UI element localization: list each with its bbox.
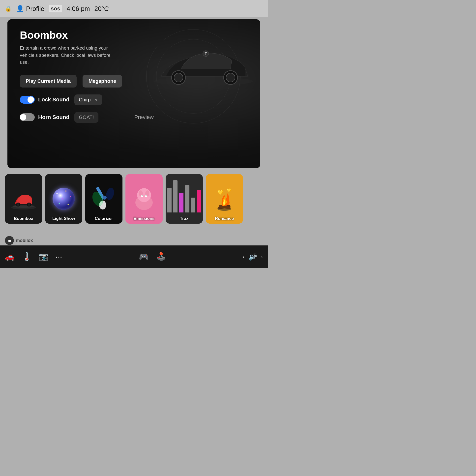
disco-sparkles bbox=[53, 188, 75, 210]
horn-toggle-knob bbox=[20, 114, 26, 120]
taskbar-joystick-icon[interactable]: 🕹️ bbox=[156, 252, 166, 261]
svg-point-0 bbox=[154, 77, 253, 86]
megaphone-button[interactable]: Megaphone bbox=[83, 75, 122, 88]
status-temperature: 20°C bbox=[94, 5, 109, 13]
volume-icon[interactable]: 🔊 bbox=[248, 253, 257, 261]
watermark-logo: m bbox=[5, 236, 14, 245]
trax-bar bbox=[191, 198, 195, 212]
app-card-lightshow[interactable]: Light Show bbox=[45, 174, 82, 224]
lock-sound-toggle[interactable] bbox=[20, 96, 35, 104]
trax-bar bbox=[185, 185, 189, 212]
controls-row-lock: Lock Sound Chirp ∨ bbox=[20, 94, 154, 105]
horn-sound-toggle[interactable] bbox=[20, 113, 35, 121]
lock-sound-option: Chirp bbox=[79, 97, 91, 103]
profile-icon: 👤 bbox=[16, 5, 24, 13]
svg-point-14 bbox=[103, 196, 107, 200]
taskbar-more-icon[interactable]: ··· bbox=[56, 252, 62, 261]
lock-sound-dropdown[interactable]: Chirp ∨ bbox=[74, 94, 102, 105]
emissions-app-label: Emissions bbox=[125, 216, 163, 221]
profile-label: Profile bbox=[26, 5, 44, 13]
chevron-right[interactable]: › bbox=[261, 254, 263, 260]
app-card-boombox[interactable]: Boombox bbox=[5, 174, 42, 224]
trax-bars bbox=[166, 175, 203, 222]
trax-app-label: Trax bbox=[166, 216, 203, 221]
colorizer-app-label: Colorizer bbox=[85, 216, 122, 221]
apps-grid: Boombox Light Show Colori bbox=[0, 170, 268, 228]
trax-bar bbox=[167, 188, 172, 212]
svg-point-18 bbox=[100, 202, 102, 206]
car-silhouette: T bbox=[146, 27, 260, 106]
toggle-knob bbox=[28, 96, 34, 103]
app-card-romance[interactable]: 💛 💛 Romance bbox=[206, 174, 243, 224]
app-card-colorizer[interactable]: Colorizer bbox=[85, 174, 122, 224]
taskbar: 🚗 🌡️ 📷 ··· 🎮 🕹️ ‹ 🔊 › bbox=[0, 245, 268, 268]
app-card-trax[interactable]: Trax bbox=[166, 174, 203, 224]
boombox-title: Boombox bbox=[20, 29, 154, 41]
status-time: 4:06 pm bbox=[67, 5, 90, 13]
taskbar-heat-icon[interactable]: 🌡️ bbox=[22, 252, 32, 261]
horn-sound-option: GOAT! bbox=[74, 112, 98, 123]
play-current-media-button[interactable]: Play Current Media bbox=[20, 75, 77, 88]
trax-bar bbox=[173, 180, 178, 212]
romance-app-label: Romance bbox=[206, 216, 243, 221]
controls-row-media: Play Current Media Megaphone bbox=[20, 75, 154, 88]
controls-grid: Play Current Media Megaphone Lock Sound … bbox=[20, 75, 154, 123]
svg-text:T: T bbox=[205, 52, 207, 56]
profile-button[interactable]: 👤 Profile bbox=[16, 5, 44, 13]
svg-text:💛: 💛 bbox=[218, 190, 223, 195]
lock-icon: 🔒 bbox=[5, 5, 12, 12]
app-card-emissions[interactable]: Emissions bbox=[125, 174, 163, 224]
main-panel: T Boombox Entertain a crowd when parked … bbox=[7, 19, 260, 168]
horn-sound-label: Horn Sound bbox=[38, 114, 69, 120]
colorizer-visual bbox=[90, 184, 118, 214]
lightshow-app-label: Light Show bbox=[45, 216, 82, 221]
disco-ball bbox=[53, 188, 75, 210]
svg-point-4 bbox=[226, 73, 235, 82]
controls-row-horn: Horn Sound GOAT! Preview bbox=[20, 112, 154, 123]
boombox-panel: Boombox Entertain a crowd when parked us… bbox=[20, 29, 154, 123]
svg-text:💛: 💛 bbox=[227, 188, 231, 192]
boombox-description: Entertain a crowd when parked using your… bbox=[20, 45, 119, 66]
svg-point-12 bbox=[28, 203, 30, 206]
watermark-text: mobilox bbox=[16, 238, 33, 243]
lock-sound-label: Lock Sound bbox=[38, 96, 69, 103]
taskbar-right: ‹ 🔊 › bbox=[243, 253, 263, 261]
svg-point-17 bbox=[105, 187, 115, 201]
svg-point-26 bbox=[146, 195, 147, 196]
preview-button[interactable]: Preview bbox=[134, 114, 154, 120]
boombox-app-label: Boombox bbox=[5, 216, 42, 221]
romance-visual: 💛 💛 bbox=[211, 184, 238, 214]
svg-point-8 bbox=[12, 205, 35, 208]
taskbar-steer-icon[interactable]: 🚗 bbox=[5, 252, 15, 261]
taskbar-games-icon[interactable]: 🎮 bbox=[139, 252, 149, 261]
svg-point-10 bbox=[17, 203, 19, 206]
chevron-left[interactable]: ‹ bbox=[243, 254, 245, 260]
trax-bar bbox=[179, 193, 183, 212]
lock-sound-toggle-container: Lock Sound bbox=[20, 96, 69, 104]
emissions-visual bbox=[130, 184, 158, 214]
status-bar: 🔒 👤 Profile sos 4:06 pm 20°C bbox=[0, 0, 268, 17]
sos-button[interactable]: sos bbox=[49, 5, 62, 12]
trax-bar bbox=[197, 190, 201, 212]
taskbar-center: 🎮 🕹️ bbox=[69, 252, 236, 261]
svg-point-2 bbox=[174, 73, 183, 82]
dropdown-arrow-lock: ∨ bbox=[95, 97, 98, 102]
svg-point-25 bbox=[142, 195, 143, 196]
taskbar-camera-icon[interactable]: 📷 bbox=[39, 252, 49, 261]
watermark: m mobilox bbox=[5, 236, 33, 245]
boombox-card-visual bbox=[9, 183, 38, 215]
svg-point-20 bbox=[137, 188, 151, 202]
horn-sound-toggle-container: Horn Sound bbox=[20, 113, 69, 121]
